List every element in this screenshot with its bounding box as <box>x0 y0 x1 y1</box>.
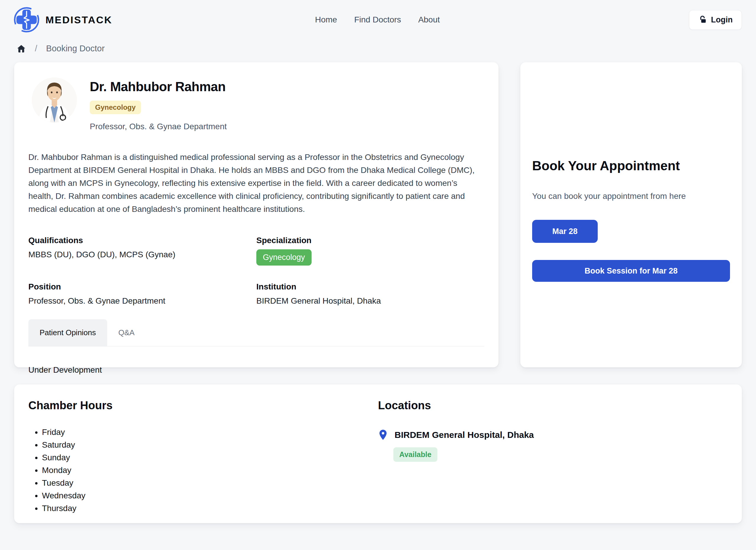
specialization-badge: Gynecology <box>256 249 312 266</box>
detail-specialization: Specialization Gynecology <box>256 236 484 266</box>
page: MEDISTACK Home Find Doctors About Login <box>0 0 756 550</box>
booking-card: Book Your Appointment You can book your … <box>520 62 742 367</box>
booking-subtitle: You can book your appointment from here <box>532 192 730 201</box>
day-item: Monday <box>42 466 378 475</box>
locations-section: Locations BIRDEM General Hospital, Dhaka… <box>378 399 728 517</box>
medistack-logo-icon <box>13 6 40 33</box>
availability-badge: Available <box>393 447 437 462</box>
position-label: Position <box>28 282 256 291</box>
doctor-profile-card: Dr. Mahbubor Rahman Gynecology Professor… <box>14 62 498 367</box>
qualifications-value: MBBS (DU), DGO (DU), MCPS (Gynae) <box>28 250 256 260</box>
tab-patient-opinions[interactable]: Patient Opinions <box>28 319 107 346</box>
breadcrumb-current: Booking Doctor <box>46 44 105 53</box>
day-item: Friday <box>42 428 378 437</box>
profile-header: Dr. Mahbubor Rahman Gynecology Professor… <box>28 78 484 131</box>
map-pin-icon <box>378 429 388 441</box>
detail-position: Position Professor, Obs. & Gynae Departm… <box>28 282 256 306</box>
tab-qa[interactable]: Q&A <box>107 319 146 346</box>
doctor-bio: Dr. Mahbubor Rahman is a distinguished m… <box>28 151 480 216</box>
chamber-hours-title: Chamber Hours <box>28 399 378 412</box>
booking-title: Book Your Appointment <box>532 159 730 173</box>
main-content: Dr. Mahbubor Rahman Gynecology Professor… <box>0 62 756 367</box>
nav-item-find-doctors[interactable]: Find Doctors <box>354 15 401 25</box>
doctor-details-grid: Qualifications MBBS (DU), DGO (DU), MCPS… <box>28 236 484 306</box>
profile-tabs: Patient Opinions Q&A <box>28 319 484 346</box>
detail-institution: Institution BIRDEM General Hospital, Dha… <box>256 282 484 306</box>
doctor-title: Professor, Obs. & Gynae Department <box>90 122 227 131</box>
specialization-label: Specialization <box>256 236 484 245</box>
chamber-hours-section: Chamber Hours Friday Saturday Sunday Mon… <box>28 399 378 517</box>
login-button[interactable]: Login <box>689 10 742 30</box>
day-item: Saturday <box>42 440 378 449</box>
detail-qualifications: Qualifications MBBS (DU), DGO (DU), MCPS… <box>28 236 256 266</box>
day-item: Sunday <box>42 453 378 462</box>
date-button[interactable]: Mar 28 <box>532 220 598 243</box>
qualifications-label: Qualifications <box>28 236 256 245</box>
doctor-avatar <box>32 78 77 123</box>
institution-value: BIRDEM General Hospital, Dhaka <box>256 296 484 306</box>
book-session-button[interactable]: Book Session for Mar 28 <box>532 260 730 282</box>
header: MEDISTACK Home Find Doctors About Login <box>0 0 756 33</box>
nav-item-about[interactable]: About <box>418 15 440 25</box>
header-right: Login <box>440 10 742 30</box>
doctor-name: Dr. Mahbubor Rahman <box>90 79 227 94</box>
location-item: BIRDEM General Hospital, Dhaka <box>378 429 728 441</box>
location-name: BIRDEM General Hospital, Dhaka <box>395 430 534 440</box>
profile-identity: Dr. Mahbubor Rahman Gynecology Professor… <box>90 78 227 131</box>
unlock-icon <box>698 15 707 24</box>
chamber-days-list: Friday Saturday Sunday Monday Tuesday We… <box>28 428 378 513</box>
day-item: Wednesday <box>42 491 378 500</box>
nav-item-home[interactable]: Home <box>315 15 337 25</box>
home-icon[interactable] <box>17 44 26 53</box>
main-nav: Home Find Doctors About <box>315 15 440 25</box>
day-item: Thursday <box>42 504 378 513</box>
position-value: Professor, Obs. & Gynae Department <box>28 296 256 306</box>
breadcrumb: / Booking Doctor <box>0 44 756 53</box>
locations-title: Locations <box>378 399 728 412</box>
tab-content: Under Development <box>28 365 484 375</box>
institution-label: Institution <box>256 282 484 291</box>
day-item: Tuesday <box>42 479 378 487</box>
login-label: Login <box>711 15 733 25</box>
schedule-card: Chamber Hours Friday Saturday Sunday Mon… <box>14 384 742 523</box>
brand-logo[interactable]: MEDISTACK <box>13 6 315 33</box>
brand-name: MEDISTACK <box>45 14 113 26</box>
specialty-badge: Gynecology <box>90 101 141 114</box>
breadcrumb-separator: / <box>35 44 37 53</box>
